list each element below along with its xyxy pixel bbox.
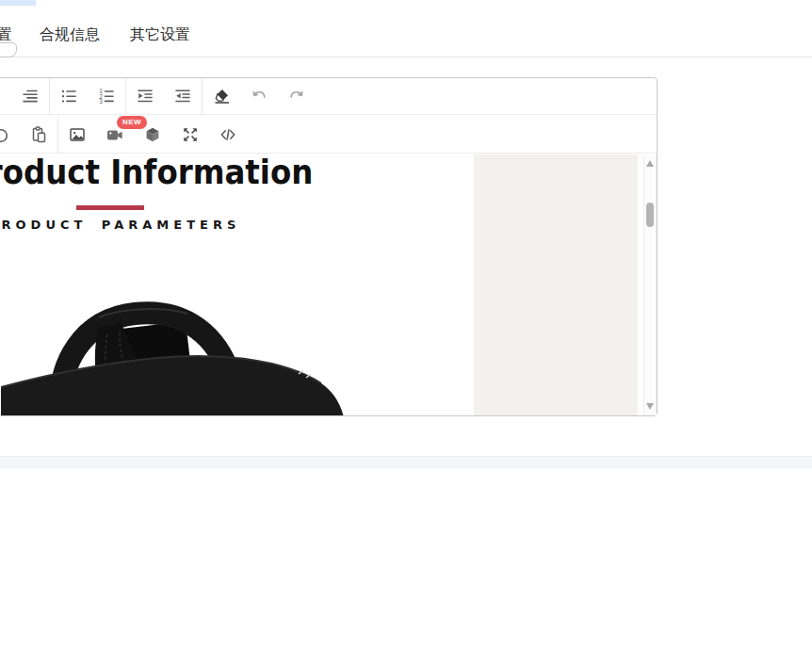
cube-3d-icon: [143, 125, 162, 144]
undo-button[interactable]: [240, 78, 278, 114]
svg-text:3: 3: [99, 98, 103, 105]
redo-icon: [287, 87, 306, 105]
rich-text-editor: 1 2 3: [0, 77, 658, 416]
source-code-button[interactable]: [209, 116, 247, 153]
product-info-title: Product Information: [0, 154, 313, 192]
paste-button[interactable]: [20, 116, 57, 153]
scroll-down-arrow-icon[interactable]: [646, 403, 654, 410]
align-right-button[interactable]: [11, 78, 49, 114]
top-left-highlight-bar: [0, 0, 36, 6]
eraser-icon: [212, 87, 231, 105]
ordered-list-button[interactable]: 1 2 3: [88, 78, 125, 114]
outdent-button[interactable]: [164, 78, 202, 114]
product-parameters-heading: PRODUCT PARAMETERS: [0, 218, 240, 232]
ordered-list-icon: 1 2 3: [97, 87, 116, 105]
scroll-up-arrow-icon[interactable]: [646, 160, 654, 167]
tab-compliance-info[interactable]: 合规信息: [40, 25, 100, 45]
bullet-list-button[interactable]: [50, 78, 88, 114]
link-button[interactable]: [0, 116, 20, 153]
tab-bar: 置 合规信息 其它设置: [0, 0, 812, 57]
tab-other-settings[interactable]: 其它设置: [130, 25, 190, 45]
red-divider-line: [76, 205, 144, 210]
editor-toolbar-row1: 1 2 3: [0, 78, 657, 115]
product-bag-image: [1, 300, 345, 415]
undo-icon: [250, 87, 268, 105]
new-feature-badge: NEW: [117, 116, 147, 129]
redo-button[interactable]: [278, 78, 316, 114]
code-icon: [219, 125, 237, 144]
paste-icon: [29, 125, 48, 144]
bullet-list-icon: [59, 87, 78, 105]
editor-scrollbar[interactable]: [643, 155, 657, 414]
fullscreen-icon: [181, 125, 200, 144]
insert-image-button[interactable]: [58, 116, 96, 153]
cutoff-corner-box: [0, 42, 17, 57]
editor-toolbar-row2: NEW: [0, 116, 657, 154]
clear-format-button[interactable]: [203, 78, 240, 114]
image-icon: [68, 125, 87, 144]
link-icon: [0, 125, 10, 144]
content-side-panel: [474, 154, 638, 415]
scrollbar-thumb[interactable]: [646, 203, 654, 227]
align-right-icon: [21, 87, 40, 105]
section-divider-strip: [0, 456, 812, 468]
outdent-icon: [173, 87, 192, 105]
fullscreen-button[interactable]: [171, 116, 209, 153]
indent-button[interactable]: [126, 78, 164, 114]
indent-icon: [136, 87, 154, 105]
editor-content-area[interactable]: Product Information PRODUCT PARAMETERS: [0, 154, 657, 415]
